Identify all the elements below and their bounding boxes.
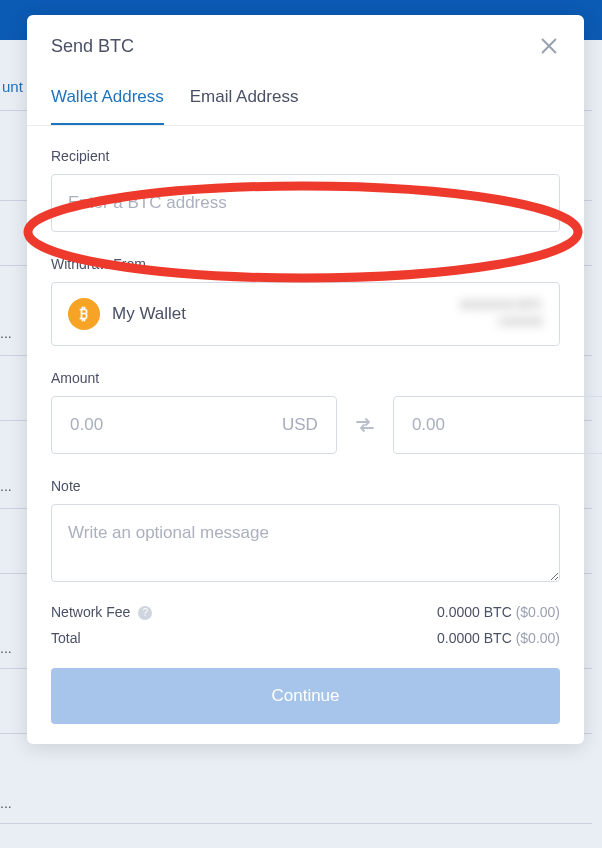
amount-row: USD BTC [51,396,560,454]
wallet-name: My Wallet [112,304,186,324]
amount-btc-box: BTC [393,396,602,454]
swap-icon[interactable] [353,413,377,437]
modal-header: Send BTC [27,15,584,75]
background-ellipsis: ... [0,640,12,656]
svg-text:₿: ₿ [79,305,88,322]
continue-button[interactable]: Continue [51,668,560,724]
background-partial-text: unt [0,78,23,95]
background-ellipsis: ... [0,325,12,341]
amount-usd-box: USD [51,396,337,454]
usd-currency-label: USD [282,415,318,435]
background-ellipsis: ... [0,795,12,811]
amount-label: Amount [51,370,560,386]
total-btc: 0.0000 BTC [437,630,512,646]
background-ellipsis: ... [0,478,12,494]
recipient-input[interactable] [51,174,560,232]
network-fee-row: Network Fee ? 0.0000 BTC ($0.00) [51,604,560,620]
close-icon[interactable] [538,35,560,57]
note-label: Note [51,478,560,494]
total-usd: ($0.00) [516,630,560,646]
total-row: Total 0.0000 BTC ($0.00) [51,630,560,646]
modal-body: Recipient Withdraw From ₿ My Wallet XXXX… [27,126,584,744]
network-fee-usd: ($0.00) [516,604,560,620]
recipient-label: Recipient [51,148,560,164]
total-label: Total [51,630,81,646]
send-btc-modal: Send BTC Wallet Address Email Address Re… [27,15,584,744]
tab-email-address[interactable]: Email Address [190,75,299,125]
help-icon[interactable]: ? [138,606,152,620]
bitcoin-icon: ₿ [68,298,100,330]
tab-wallet-address[interactable]: Wallet Address [51,75,164,125]
withdraw-from-label: Withdraw From [51,256,560,272]
modal-title: Send BTC [51,36,134,57]
note-input[interactable] [51,504,560,582]
network-fee-btc: 0.0000 BTC [437,604,512,620]
withdraw-from-selector[interactable]: ₿ My Wallet XXXXXXX BTC+XXXXX [51,282,560,346]
wallet-balance-redacted: XXXXXXX BTC+XXXXX [460,297,543,331]
tab-bar: Wallet Address Email Address [27,75,584,126]
network-fee-label: Network Fee [51,604,130,620]
amount-usd-input[interactable] [70,415,282,435]
amount-btc-input[interactable] [412,415,602,435]
background-divider [0,823,592,824]
